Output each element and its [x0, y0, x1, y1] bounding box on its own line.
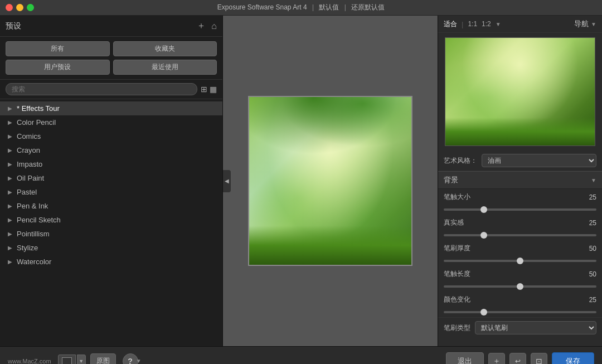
sidebar: 预设 ＋ ⌂ 所有 收藏夹 用户预设 最近使用 ⊞ ▦ ▶ * Effects … — [0, 16, 223, 346]
background-chevron[interactable]: ▼ — [591, 177, 596, 183]
help-arrow[interactable]: ▼ — [136, 358, 142, 364]
art-style-row: 艺术风格： 油画 水彩 素描 — [438, 151, 602, 171]
preset-item-color-pencil[interactable]: ▶ Color Pencil — [0, 115, 222, 129]
color-variation-slider[interactable] — [444, 311, 596, 313]
preview-button-group: ▼ — [58, 355, 86, 365]
preset-chevron: ▶ — [8, 119, 13, 125]
preset-item-pen-ink[interactable]: ▶ Pen & Ink — [0, 199, 222, 213]
preset-item-pastel[interactable]: ▶ Pastel — [0, 185, 222, 199]
preset-label: Color Pencil — [17, 118, 56, 127]
preset-chevron: ▶ — [8, 105, 13, 111]
home-preset-button[interactable]: ⌂ — [211, 21, 217, 31]
preview-box[interactable] — [58, 355, 76, 365]
preset-item-effects-tour[interactable]: ▶ * Effects Tour — [0, 101, 222, 115]
brush-type-select[interactable]: 默认笔刷 — [475, 321, 596, 334]
brush-size-row: 笔触大小 25 — [438, 189, 602, 215]
brush-length-slider[interactable] — [444, 285, 596, 288]
preset-label: Pencil Sketch — [17, 216, 61, 224]
zoom-chevron[interactable]: ▼ — [496, 21, 501, 27]
window-controls — [6, 4, 34, 11]
user-presets-button[interactable]: 用户预设 — [6, 60, 110, 75]
preset-item-oil-paint[interactable]: ▶ Oil Paint — [0, 171, 222, 185]
color-variation-label: 颜色变化 — [444, 295, 470, 304]
preset-item-impasto[interactable]: ▶ Impasto — [0, 157, 222, 171]
right-panel: 适合 | 1:1 1:2 ▼ 导航 ▼ 艺术风格： 油画 水彩 素描 — [438, 16, 602, 346]
zoom-controls: 适合 | 1:1 1:2 ▼ — [444, 20, 501, 29]
color-variation-value: 25 — [583, 296, 596, 304]
preset-chevron: ▶ — [8, 189, 13, 195]
save-button[interactable]: 保存 — [552, 352, 594, 365]
preset-chevron: ▶ — [8, 147, 13, 153]
zoom-1-1[interactable]: 1:1 — [468, 20, 477, 28]
grid-view-button[interactable]: ▦ — [210, 85, 217, 94]
list-view-button[interactable]: ⊞ — [201, 85, 207, 94]
brush-size-slider[interactable] — [444, 208, 596, 211]
canvas-area: ◀ 景678.jpg — [223, 16, 438, 346]
preset-item-stylize[interactable]: ▶ Stylize — [0, 241, 222, 255]
preset-item-watercolor[interactable]: ▶ Watercolor — [0, 255, 222, 269]
preset-label: Stylize — [17, 244, 38, 252]
brush-length-value: 50 — [583, 270, 596, 278]
preset-label: Crayon — [17, 146, 40, 154]
nav-preview-grass — [445, 118, 595, 145]
art-style-select[interactable]: 油画 水彩 素描 — [482, 154, 596, 167]
sidebar-collapse-button[interactable]: ◀ — [223, 170, 231, 192]
maximize-button[interactable] — [27, 4, 34, 11]
preset-label: Pastel — [17, 188, 37, 196]
view-toggle: ⊞ ▦ — [201, 85, 217, 94]
undo-button[interactable]: ↩ — [509, 353, 526, 365]
art-style-label: 艺术风格： — [444, 156, 477, 166]
nav-panel-title: 导航 — [574, 19, 589, 29]
image-preview[interactable] — [248, 96, 412, 266]
compare-button[interactable]: ⊡ — [531, 353, 547, 365]
search-input[interactable] — [6, 83, 197, 95]
preview-leaves — [249, 97, 411, 164]
nav-chevron[interactable]: ▼ — [591, 21, 596, 27]
preset-chevron: ▶ — [8, 203, 13, 209]
nav-preview-image[interactable] — [445, 37, 595, 146]
all-presets-button[interactable]: 所有 — [6, 41, 110, 56]
preset-item-pencil-sketch[interactable]: ▶ Pencil Sketch — [0, 213, 222, 227]
preset-chevron: ▶ — [8, 231, 13, 237]
favorites-button[interactable]: 收藏夹 — [113, 41, 217, 56]
preset-label: * Effects Tour — [17, 104, 60, 113]
titlebar: Exposure Software Snap Art 4 | 默认值 | 还原默… — [0, 0, 602, 16]
preset-label: Pen & Ink — [17, 202, 48, 210]
preset-chevron: ▶ — [8, 161, 13, 167]
brush-size-value: 25 — [583, 193, 596, 201]
preview-box-inner — [62, 357, 72, 365]
background-section-header[interactable]: 背景 ▼ — [438, 171, 602, 189]
preset-item-comics[interactable]: ▶ Comics — [0, 129, 222, 143]
background-title: 背景 — [444, 175, 458, 185]
preset-label: Watercolor — [17, 258, 51, 266]
brush-thickness-slider[interactable] — [444, 260, 596, 262]
realism-value: 25 — [583, 219, 596, 227]
preset-chevron: ▶ — [8, 259, 13, 265]
brush-length-label: 笔触长度 — [444, 269, 470, 279]
recent-presets-button[interactable]: 最近使用 — [113, 60, 217, 75]
brush-thickness-row: 笔刷厚度 50 — [438, 240, 602, 266]
exit-button[interactable]: 退出 — [446, 352, 484, 365]
minimize-button[interactable] — [16, 4, 23, 11]
preset-label: Comics — [17, 132, 41, 140]
preset-filter-buttons: 所有 收藏夹 用户预设 最近使用 — [0, 37, 222, 80]
realism-slider[interactable] — [444, 234, 596, 236]
main-layout: 预设 ＋ ⌂ 所有 收藏夹 用户预设 最近使用 ⊞ ▦ ▶ * Effects … — [0, 16, 602, 346]
close-button[interactable] — [6, 4, 13, 11]
realism-row: 真实感 25 — [438, 215, 602, 240]
brush-size-label: 笔触大小 — [444, 192, 470, 202]
original-button[interactable]: 原图 — [90, 353, 116, 364]
brush-type-label: 笔刷类型 — [444, 323, 470, 333]
preview-grass — [249, 226, 411, 265]
zoom-fit[interactable]: 适合 — [444, 20, 457, 29]
add-action-button[interactable]: ＋ — [488, 353, 505, 365]
preset-item-crayon[interactable]: ▶ Crayon — [0, 143, 222, 157]
preset-list: ▶ * Effects Tour ▶ Color Pencil ▶ Comics… — [0, 99, 222, 346]
watermark: www.MacZ.com — [8, 358, 51, 365]
zoom-1-2[interactable]: 1:2 — [482, 20, 491, 28]
preset-item-pointillism[interactable]: ▶ Pointillism — [0, 227, 222, 241]
preset-chevron: ▶ — [8, 217, 13, 223]
color-variation-row: 颜色变化 25 — [438, 292, 602, 317]
preview-dropdown[interactable]: ▼ — [77, 355, 86, 365]
add-preset-button[interactable]: ＋ — [197, 20, 206, 32]
